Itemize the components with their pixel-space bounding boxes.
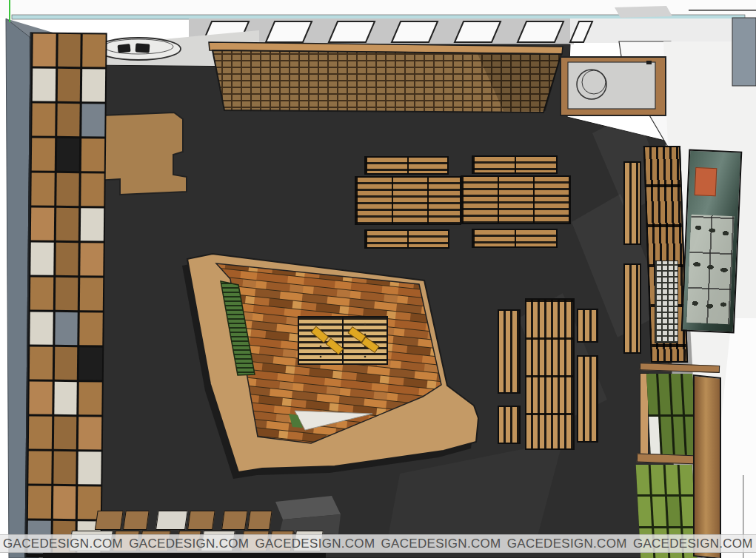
locker-upper-grid [646,374,697,457]
cell [30,243,53,275]
cell [32,104,55,136]
wall-recess [732,18,756,86]
cell [652,497,666,526]
service-unit [561,57,666,115]
cell [650,465,664,494]
display-bin-row [95,511,290,528]
cell [29,381,52,414]
cell [221,511,248,530]
cell [31,173,54,206]
cell [56,138,79,171]
watermark-text: GACEDESIGN.COM [3,537,123,551]
cell [79,347,102,380]
seat [136,43,150,53]
bench [364,229,449,249]
bench [577,355,598,443]
dining-table [355,176,461,225]
bench [472,155,558,174]
cell [82,69,105,101]
wall-poster [681,149,743,334]
bench [472,229,558,248]
cell [673,417,685,457]
cell [28,485,51,518]
cell [660,417,672,457]
cell [30,277,53,309]
cell [82,104,105,136]
cell [53,486,76,519]
cell [56,173,79,206]
wall-bench [623,161,641,245]
dining-table-long [525,298,575,450]
mesh-screen [655,260,678,343]
cell [658,374,670,414]
dining-table [461,175,571,224]
cell [31,208,54,241]
cell [123,511,150,530]
render-canvas: GACEDESIGN.COM GACEDESIGN.COM GACEDESIGN… [0,0,756,558]
slatted-feature-panel [209,42,563,112]
watermark-strip: GACEDESIGN.COM GACEDESIGN.COM GACEDESIGN… [0,534,756,553]
cell [155,511,188,530]
cell [83,34,106,67]
cell [56,208,78,241]
cell [78,451,101,484]
cell [649,417,660,457]
cell [33,69,56,101]
cell [638,497,652,526]
ceiling-reflection [615,6,672,18]
cell [32,138,55,171]
cell [81,208,104,241]
cell [78,417,101,449]
wall-top-edge-line [689,10,756,11]
cell [28,451,51,483]
skylight [455,21,501,42]
cell [33,34,56,67]
cell [187,511,215,530]
cell [55,278,78,310]
poster-grid-panel [686,215,734,324]
cell [30,312,53,344]
skylight [329,21,375,42]
cell [247,511,272,530]
platform-slat-table [298,317,387,364]
wall-bench [623,263,641,354]
seat [118,44,131,53]
cell [53,417,76,449]
bench [498,406,521,444]
cell [57,104,80,136]
cell [680,465,694,494]
cell [53,451,76,484]
cell [30,346,53,379]
watermark-text: GACEDESIGN.COM [381,537,501,551]
cell [54,347,77,380]
cell [57,69,80,101]
cell [636,465,650,494]
cell [81,243,104,275]
cell [80,312,103,345]
ceiling-band-right [570,19,745,43]
cell [79,382,102,414]
cell [80,278,103,310]
watermark-text: GACEDESIGN.COM [129,537,249,551]
cell [81,173,104,206]
watermark-text: GACEDESIGN.COM [507,537,627,551]
skylight [266,21,312,42]
cell [646,374,658,414]
axis-line-green [9,0,10,22]
cell [665,465,679,494]
skylight [518,21,563,42]
cell [29,416,52,448]
cell [58,34,81,67]
locker-side-panel [693,374,721,558]
skylight [392,21,438,42]
cell [95,511,124,530]
bench [498,309,521,394]
round-table [96,38,181,60]
cell [81,138,104,171]
bench [577,309,598,343]
wall-cubby-shelves-left [24,32,107,558]
watermark-text: GACEDESIGN.COM [255,537,375,551]
cell [671,374,683,414]
watermark-text: GACEDESIGN.COM [633,537,753,551]
cell [666,497,680,526]
